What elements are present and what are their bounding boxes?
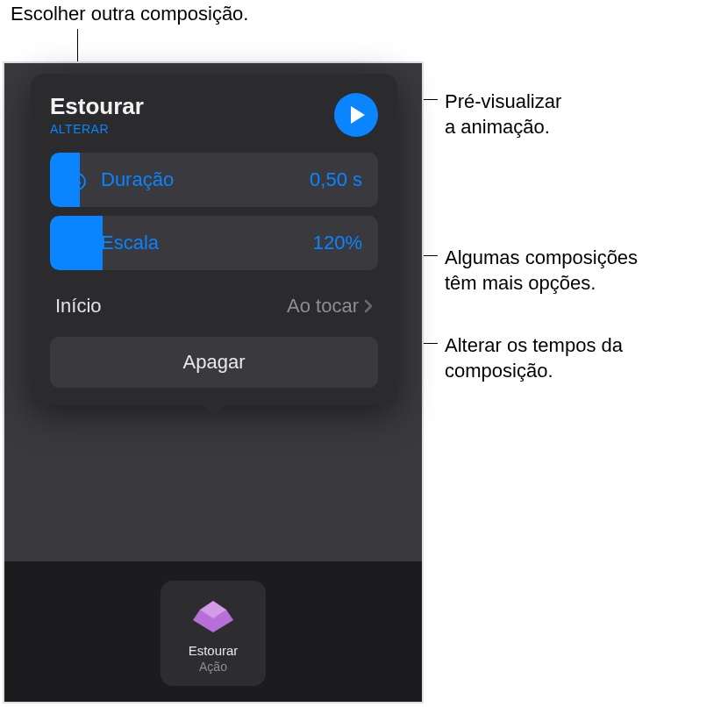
animation-chip[interactable]: Estourar Ação (161, 581, 266, 686)
play-icon (351, 106, 365, 124)
change-effect-link[interactable]: ALTERAR (50, 122, 144, 136)
chip-subtitle: Ação (199, 660, 227, 674)
screenshot-background: Estourar Ação Estourar ALTERAR (3, 61, 424, 703)
scale-slider[interactable]: Escala 120% (50, 216, 378, 270)
duration-label: Duração (101, 168, 310, 191)
callout-options: Algumas composições têm mais opções. (445, 246, 638, 296)
delete-button[interactable]: Apagar (50, 337, 378, 388)
callout-change: Escolher outra composição. (11, 2, 248, 27)
popover-header: Estourar ALTERAR (50, 93, 378, 137)
duration-slider[interactable]: Duração 0,50 s (50, 153, 378, 207)
effect-title: Estourar (50, 93, 144, 120)
animation-popover: Estourar ALTERAR Duração 0,50 s (31, 74, 397, 405)
svg-line-4 (77, 182, 81, 183)
scale-value: 120% (313, 232, 362, 254)
animation-bar: Estourar Ação (4, 561, 422, 702)
scale-label: Escala (101, 232, 313, 254)
callout-preview: Pré-visualizar a animação. (445, 89, 561, 139)
chip-title: Estourar (189, 643, 239, 658)
preview-play-button[interactable] (334, 93, 378, 137)
scale-icon (66, 232, 89, 254)
duration-value: 0,50 s (310, 168, 362, 191)
start-label: Início (55, 295, 102, 318)
chevron-right-icon (364, 299, 373, 313)
timer-icon (66, 168, 89, 191)
start-value: Ao tocar (287, 295, 359, 318)
callout-timing: Alterar os tempos da composição. (445, 333, 623, 383)
start-row[interactable]: Início Ao tocar (50, 279, 378, 333)
popover-arrow (202, 403, 226, 416)
pop-effect-icon (193, 601, 233, 636)
